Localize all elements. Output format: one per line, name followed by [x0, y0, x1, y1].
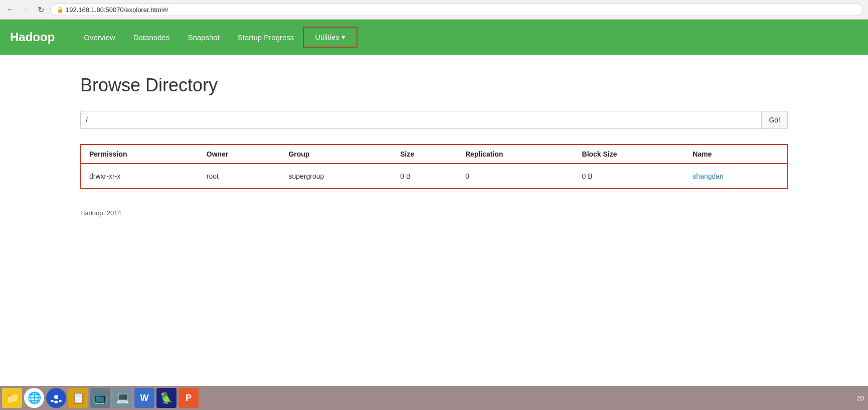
page-title: Browse Directory	[80, 75, 788, 96]
col-size: Size	[392, 145, 457, 164]
back-button[interactable]: ←	[5, 4, 16, 15]
reload-button[interactable]: ↻	[35, 4, 46, 15]
path-bar: Go!	[80, 111, 788, 129]
table-header: Permission Owner Group Size Replication …	[81, 145, 787, 164]
col-block-size: Block Size	[574, 145, 685, 164]
nav-link-utilities[interactable]: Utilities ▾	[306, 29, 355, 46]
forward-button[interactable]: →	[20, 4, 31, 15]
browser-chrome: ← → ↻ 🔒 192.168.1.80:50070/explorer.html…	[0, 0, 868, 20]
cell-group: supergroup	[280, 164, 392, 189]
nav-item-startup-progress[interactable]: Startup Progress	[229, 29, 303, 46]
nav-item-utilities[interactable]: Utilities ▾	[303, 27, 358, 48]
navbar-links: Overview Datanodes Snapshot Startup Prog…	[75, 27, 358, 48]
navbar: Hadoop Overview Datanodes Snapshot Start…	[0, 20, 868, 55]
cell-permission: drwxr-xr-x	[81, 164, 199, 189]
nav-item-datanodes[interactable]: Datanodes	[124, 29, 179, 46]
nav-link-overview[interactable]: Overview	[75, 29, 124, 46]
name-link[interactable]: shangdan	[692, 172, 724, 180]
directory-table: Permission Owner Group Size Replication …	[80, 144, 788, 189]
url-text: 192.168.1.80:50070/explorer.html#/	[66, 6, 168, 14]
col-permission: Permission	[81, 145, 199, 164]
go-button[interactable]: Go!	[761, 111, 788, 129]
nav-link-startup-progress[interactable]: Startup Progress	[229, 29, 303, 46]
table-header-row: Permission Owner Group Size Replication …	[81, 145, 787, 164]
browser-toolbar: ← → ↻ 🔒 192.168.1.80:50070/explorer.html…	[0, 0, 868, 19]
nav-link-snapshot[interactable]: Snapshot	[179, 29, 228, 46]
table-row: drwxr-xr-x root supergroup 0 B 0 0 B sha…	[81, 164, 787, 189]
cell-block-size: 0 B	[574, 164, 685, 189]
path-input[interactable]	[80, 111, 761, 129]
lock-icon: 🔒	[57, 7, 64, 13]
col-name: Name	[684, 145, 787, 164]
nav-item-snapshot[interactable]: Snapshot	[179, 29, 228, 46]
nav-link-datanodes[interactable]: Datanodes	[124, 29, 179, 46]
url-bar[interactable]: 🔒 192.168.1.80:50070/explorer.html#/	[50, 3, 863, 16]
cell-name: shangdan	[684, 164, 787, 189]
col-group: Group	[280, 145, 392, 164]
main-content: Browse Directory Go! Permission Owner Gr…	[0, 55, 868, 237]
cell-owner: root	[199, 164, 281, 189]
table-body: drwxr-xr-x root supergroup 0 B 0 0 B sha…	[81, 164, 787, 189]
col-replication: Replication	[457, 145, 574, 164]
footer: Hadoop, 2014.	[80, 209, 788, 217]
nav-item-overview[interactable]: Overview	[75, 29, 124, 46]
cell-size: 0 B	[392, 164, 457, 189]
col-owner: Owner	[199, 145, 281, 164]
cell-replication: 0	[457, 164, 574, 189]
navbar-brand[interactable]: Hadoop	[10, 30, 55, 44]
